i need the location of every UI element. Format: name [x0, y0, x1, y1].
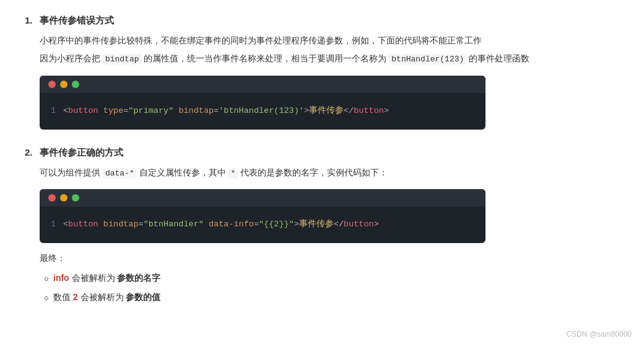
section-2-desc1: 可以为组件提供 data-* 自定义属性传参，其中 * 代表的是参数的名字，实例…	[40, 165, 619, 180]
param-name-label: 参数的名字	[117, 273, 160, 283]
attr-value: "primary"	[128, 106, 173, 115]
dot-green-1	[72, 81, 79, 88]
punct: =	[214, 106, 219, 115]
inline-code-data-star: data-*	[103, 168, 137, 179]
punct: <	[63, 106, 68, 115]
section-1-desc2: 因为小程序会把 bindtap 的属性值，统一当作事件名称来处理，相当于要调用一…	[40, 51, 619, 66]
info-highlight: info	[53, 273, 69, 283]
bullet-item-1: info 会被解析为 参数的名字	[45, 270, 619, 286]
space	[204, 220, 209, 229]
punct: >	[384, 106, 389, 115]
punct: >	[294, 220, 299, 229]
tag: button	[68, 106, 98, 115]
section-1-title: 1. 事件传参错误方式	[25, 15, 619, 27]
inline-code-bindtap: bindtap	[103, 54, 142, 64]
finally-label: 最终：	[40, 253, 619, 264]
punct: =	[139, 220, 144, 229]
bullet-circle-2	[45, 296, 48, 300]
bullet-text-2: 数值 2 会被解析为 参数的值	[53, 290, 160, 305]
text-content-1: 事件传参	[309, 106, 344, 115]
tag-close-2: button	[344, 220, 374, 229]
text-content-2: 事件传参	[299, 220, 334, 229]
code-titlebar-2	[40, 189, 485, 206]
tag-2: button	[68, 220, 98, 229]
space	[98, 220, 103, 229]
section-2-title: 2. 事件传参正确的方式	[25, 147, 619, 159]
footer-brand: CSDN @sam80000	[566, 330, 632, 337]
inline-code-star: *	[228, 168, 238, 179]
punct: <	[63, 220, 68, 229]
dot-yellow-1	[60, 81, 67, 88]
inline-code-btnhandler: btnHandler(123)	[389, 54, 466, 64]
code-content-1: 1 <button type="primary" bindtap='btnHan…	[40, 93, 485, 130]
attr-value-4: "{{2}}"	[259, 220, 294, 229]
attr-value-3: "btnHandler"	[144, 220, 204, 229]
section-1: 1. 事件传参错误方式 小程序中的事件传参比较特殊，不能在绑定事件的同时为事件处…	[25, 15, 619, 130]
code-line-1: <button type="primary" bindtap='btnHandl…	[63, 104, 472, 118]
bullet-list: info 会被解析为 参数的名字 数值 2 会被解析为 参数的值	[40, 270, 619, 305]
bullet-circle-1	[45, 277, 48, 281]
code-block-2: 1 <button bindtap="btnHandler" data-info…	[40, 189, 485, 243]
dot-yellow-2	[60, 194, 67, 202]
dot-green-2	[72, 194, 79, 202]
punct: </	[344, 106, 354, 115]
section-1-desc1: 小程序中的事件传参比较特殊，不能在绑定事件的同时为事件处理程序传递参数，例如，下…	[40, 33, 619, 48]
section-1-body: 小程序中的事件传参比较特殊，不能在绑定事件的同时为事件处理程序传递参数，例如，下…	[25, 33, 619, 130]
bullet-item-2: 数值 2 会被解析为 参数的值	[45, 290, 619, 305]
attr-value-2: 'btnHandler(123)'	[219, 106, 304, 115]
param-value-label: 参数的值	[126, 292, 160, 302]
attr-name: type	[103, 106, 123, 115]
code-block-1: 1 <button type="primary" bindtap='btnHan…	[40, 76, 485, 130]
value-highlight: 2	[73, 292, 78, 302]
punct: >	[304, 106, 309, 115]
tag-close: button	[354, 106, 384, 115]
section-1-number: 1.	[25, 15, 37, 25]
line-number-2: 1	[48, 218, 56, 232]
dot-red-1	[48, 81, 56, 88]
section-2-number: 2.	[25, 147, 37, 157]
code-line-2: <button bindtap="btnHandler" data-info="…	[63, 218, 472, 232]
section-2-body: 可以为组件提供 data-* 自定义属性传参，其中 * 代表的是参数的名字，实例…	[25, 165, 619, 306]
punct: </	[334, 220, 344, 229]
attr-data-info: data-info	[209, 220, 254, 229]
attr-bindtap: bindtap	[178, 106, 214, 115]
code-titlebar-1	[40, 76, 485, 93]
line-number-1: 1	[48, 104, 56, 118]
attr-bindtap-2: bindtap	[103, 220, 139, 229]
bullet-text-1: info 会被解析为 参数的名字	[53, 270, 160, 286]
punct: >	[374, 220, 379, 229]
code-content-2: 1 <button bindtap="btnHandler" data-info…	[40, 206, 485, 243]
space	[98, 106, 103, 115]
dot-red-2	[48, 194, 56, 202]
punct: =	[254, 220, 259, 229]
section-2: 2. 事件传参正确的方式 可以为组件提供 data-* 自定义属性传参，其中 *…	[25, 147, 619, 306]
